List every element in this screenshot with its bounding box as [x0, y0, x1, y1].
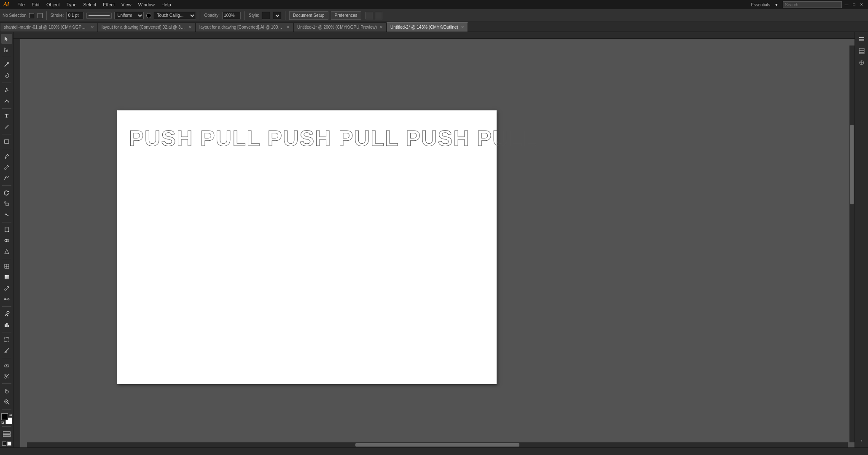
direct-selection-tool[interactable] [1, 45, 12, 55]
collapse-panel-btn[interactable]: › [856, 435, 867, 446]
warp-tool[interactable] [1, 210, 12, 220]
stroke-style-select[interactable]: Uniform [114, 12, 144, 19]
document-setup-button[interactable]: Document Setup [289, 11, 328, 20]
canvas-area[interactable]: PUSH PULL PUSH PULL PUSH PULL [13, 32, 855, 447]
svg-point-6 [5, 158, 6, 159]
tab-close-4[interactable]: ✕ [461, 25, 464, 29]
stroke-color-swatch[interactable] [38, 13, 43, 18]
tab-1[interactable]: layout for a drawing [Converted] 02.ai @… [98, 22, 196, 32]
swap-colors-icon[interactable]: ⇄ [9, 413, 12, 417]
eyedropper-tool[interactable] [1, 283, 12, 293]
menu-window[interactable]: Window [135, 1, 158, 8]
foreground-color[interactable] [1, 413, 8, 420]
menu-bar: File Edit Object Type Select Effect View… [14, 1, 751, 8]
menu-effect[interactable]: Effect [99, 1, 118, 8]
magic-wand-tool[interactable] [1, 59, 12, 70]
svg-line-40 [6, 365, 7, 367]
menu-file[interactable]: File [14, 1, 28, 8]
svg-point-3 [6, 100, 7, 101]
gradient-tool[interactable] [1, 272, 12, 282]
fill-color-swatch[interactable] [29, 13, 34, 18]
libraries-panel-btn[interactable] [856, 57, 867, 68]
screen-mode-light[interactable] [7, 442, 11, 446]
svg-point-31 [6, 314, 7, 315]
pencil-tool[interactable] [1, 162, 12, 172]
shape-builder-tool[interactable] [1, 236, 12, 246]
preferences-button[interactable]: Preferences [331, 11, 361, 20]
column-graph-tool[interactable] [1, 320, 12, 330]
scissors-tool[interactable] [1, 371, 12, 381]
properties-panel-btn[interactable] [856, 34, 867, 45]
view-btn-2[interactable] [375, 12, 382, 19]
tab-label-2: layout for a drawing [Converted].AI @ 10… [199, 25, 284, 29]
rotate-tool[interactable] [1, 188, 12, 198]
free-transform-tool[interactable] [1, 225, 12, 235]
screen-mode-controls [2, 442, 11, 446]
view-btn-1[interactable] [365, 12, 373, 19]
v-scrollbar-thumb[interactable] [850, 125, 854, 204]
tool-separator-5 [2, 149, 11, 149]
opacity-input[interactable] [222, 12, 241, 19]
menu-type[interactable]: Type [63, 1, 80, 8]
svg-line-18 [7, 249, 9, 254]
blend-tool[interactable] [1, 294, 12, 304]
normal-mode-icon [3, 431, 11, 434]
h-scrollbar[interactable] [27, 442, 848, 447]
reset-colors-icon[interactable]: ◪ [1, 420, 5, 424]
artboard-tool[interactable] [1, 335, 12, 345]
tabs-bar: shantell-martin-01.ai @ 100% (CMYK/GPU P… [0, 22, 868, 32]
style-select[interactable] [273, 12, 281, 19]
search-input[interactable] [783, 1, 842, 8]
v-scrollbar[interactable] [849, 46, 855, 442]
menu-view[interactable]: View [118, 1, 135, 8]
menu-help[interactable]: Help [158, 1, 175, 8]
hand-tool[interactable] [1, 386, 12, 396]
close-button[interactable]: ✕ [859, 2, 865, 8]
tool-separator-8 [2, 259, 11, 259]
line-tool[interactable] [1, 122, 12, 132]
tab-2[interactable]: layout for a drawing [Converted].AI @ 10… [196, 22, 293, 32]
scale-tool[interactable] [1, 199, 12, 209]
minimize-button[interactable]: — [844, 2, 849, 8]
paintbrush-tool[interactable] [1, 151, 12, 161]
slice-tool[interactable] [1, 345, 12, 356]
curvature-tool[interactable] [1, 96, 12, 106]
tab-0[interactable]: shantell-martin-01.ai @ 100% (CMYK/GPU P… [0, 22, 98, 32]
tab-4[interactable]: Untitled-2* @ 143% (CMYK/Outline) ✕ [387, 22, 468, 32]
lasso-tool[interactable] [1, 70, 12, 80]
layers-panel-btn[interactable] [856, 46, 867, 56]
tab-3[interactable]: Untitled-1* @ 200% (CMYK/GPU Preview) ✕ [293, 22, 387, 32]
stroke-input[interactable] [66, 12, 84, 19]
mesh-tool[interactable] [1, 261, 12, 271]
perspective-grid-tool[interactable] [1, 246, 12, 257]
eraser-tool[interactable] [1, 360, 12, 370]
zoom-tool[interactable] [1, 397, 12, 407]
pen-tool[interactable] [1, 85, 12, 95]
menu-edit[interactable]: Edit [28, 1, 43, 8]
shaper-tool[interactable] [1, 173, 12, 183]
svg-rect-50 [859, 39, 864, 40]
text-tool[interactable]: T [1, 111, 12, 121]
h-scrollbar-thumb[interactable] [355, 443, 519, 447]
tab-close-0[interactable]: ✕ [91, 25, 94, 29]
symbol-sprayer-tool[interactable] [1, 309, 12, 319]
selection-tool[interactable] [1, 34, 12, 44]
menu-select[interactable]: Select [80, 1, 100, 8]
style-preview [262, 12, 270, 19]
tab-close-2[interactable]: ✕ [286, 25, 290, 29]
tab-close-1[interactable]: ✕ [188, 25, 192, 29]
svg-line-38 [5, 348, 9, 353]
tool-separator-10 [2, 332, 11, 332]
maximize-button[interactable]: □ [851, 2, 857, 8]
change-mode-btn[interactable] [1, 429, 12, 439]
rectangle-tool[interactable] [1, 136, 12, 147]
brush-select[interactable]: Touch Callig... [154, 12, 196, 19]
screen-mode-dark[interactable] [2, 442, 6, 446]
ruler-left [13, 39, 20, 447]
left-toolbar: T [0, 32, 13, 447]
separator-2 [200, 11, 200, 20]
essentials-dropdown[interactable]: ▾ [772, 1, 781, 8]
menu-object[interactable]: Object [43, 1, 63, 8]
canvas-content[interactable]: PUSH PULL PUSH PULL PUSH PULL [20, 39, 855, 447]
tab-close-3[interactable]: ✕ [379, 25, 383, 29]
